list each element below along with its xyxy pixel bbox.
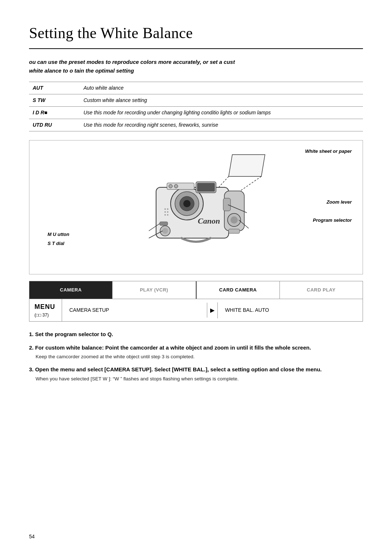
svg-rect-11 [229, 229, 240, 233]
wb-mode-cell: I D R■ [29, 107, 80, 119]
svg-rect-15 [223, 198, 230, 211]
camera-illustration: Canon [109, 151, 283, 264]
menu-sub: (□□ 37) [34, 312, 49, 318]
camera-diagram: White sheet or paper Zoom lever Program … [29, 140, 363, 274]
step-heading: 1. Set the program selector to Q. [29, 330, 363, 339]
svg-point-23 [164, 214, 166, 216]
intro-text: ou can use the preset modes to reproduce… [29, 58, 363, 75]
svg-text:Canon: Canon [198, 216, 220, 225]
zoom-lever-label: Zoom lever [327, 199, 352, 206]
menu-label: MENU [34, 302, 55, 312]
wb-desc-cell: Custom white alance setting [80, 94, 363, 107]
svg-point-20 [167, 208, 168, 210]
mode-tab-card-camera[interactable]: CARD CAMERA [197, 281, 280, 299]
step-step3: 3. Open the menu and select [CAMERA SETU… [29, 366, 363, 383]
svg-point-26 [162, 228, 168, 234]
step-note: Keep the camcorder zoomed at the white o… [36, 353, 363, 360]
menu-row: MENU (□□ 37) CAMERA SETUP ▶ WHITE BAL. A… [29, 299, 363, 322]
steps-section: 1. Set the program selector to Q.2. For … [29, 330, 363, 383]
menu-content: CAMERA SETUP ▶ WHITE BAL. AUTO [62, 299, 363, 321]
menu-label-cell: MENU (□□ 37) [29, 299, 62, 321]
wb-table: AUTAuto white alanceS TWCustom white ala… [29, 82, 363, 131]
page-title: Setting the White Balance [29, 22, 363, 49]
mode-tab-card-play[interactable]: CARD PLAY [280, 281, 363, 299]
step-step1: 1. Set the program selector to Q. [29, 330, 363, 339]
white-sheet-label: White sheet or paper [305, 148, 352, 155]
mode-tab-camera[interactable]: CAMERA [29, 281, 113, 299]
svg-rect-27 [160, 222, 168, 225]
wb-desc-cell: Use this mode for recording under changi… [80, 107, 363, 119]
svg-point-21 [164, 211, 166, 213]
svg-point-14 [174, 184, 178, 188]
page-number: 54 [29, 533, 35, 540]
mode-tabs: CAMERAPLAY (VCR)CARD CAMERACARD PLAY [29, 281, 363, 299]
step-step2: 2. For custom white balance: Point the c… [29, 344, 363, 361]
svg-rect-9 [197, 183, 215, 192]
menu-camera-setup: CAMERA SETUP [62, 303, 207, 318]
svg-point-17 [230, 216, 238, 224]
set-dial-label: S T dial [48, 240, 64, 247]
step-note: When you have selected [SET W ]: “W ” fl… [36, 375, 363, 383]
wb-mode-cell: AUT [29, 82, 80, 94]
wb-desc-cell: Auto white alance [80, 82, 363, 94]
program-selector-label: Program selector [313, 217, 352, 224]
wb-desc-cell: Use this mode for recording night scenes… [80, 119, 363, 131]
svg-point-19 [164, 208, 166, 210]
svg-point-22 [167, 211, 168, 213]
mode-tab-play-vcr[interactable]: PLAY (VCR) [113, 281, 196, 299]
svg-point-7 [183, 200, 191, 207]
menu-arrow-icon: ▶ [207, 302, 218, 318]
svg-point-24 [167, 214, 168, 216]
step-heading: 2. For custom white balance: Point the c… [29, 344, 363, 352]
step-heading: 3. Open the menu and select [CAMERA SETU… [29, 366, 363, 374]
svg-point-13 [169, 184, 172, 188]
menu-button-label: M U utton [48, 231, 69, 238]
wb-mode-cell: UTD RU [29, 119, 80, 131]
svg-marker-0 [229, 155, 265, 176]
wb-mode-cell: S TW [29, 94, 80, 107]
menu-white-bal: WHITE BAL. AUTO [218, 303, 363, 318]
